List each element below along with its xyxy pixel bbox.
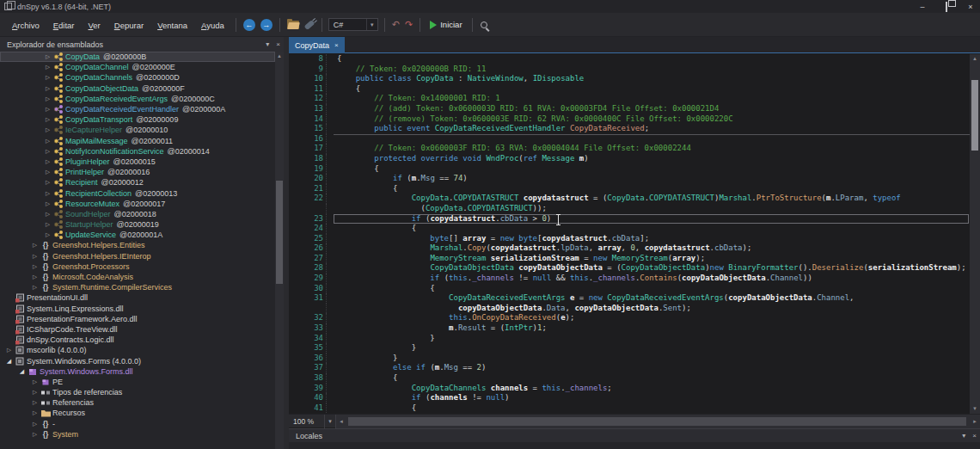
- tree-item-greenshot-helpers-entities[interactable]: ▷{}Greenshot.Helpers.Entities: [0, 240, 275, 250]
- tree-item-greenshot-processors[interactable]: ▷{}Greenshot.Processors: [0, 261, 275, 272]
- panel-menu-icon[interactable]: ▾: [266, 40, 269, 48]
- code-line-26[interactable]: 26 Marshal.Copy(copydatastruct.lpData, a…: [289, 243, 970, 254]
- zoom-level[interactable]: 100 %: [289, 415, 325, 428]
- collapsed-icon[interactable]: ▷: [43, 53, 52, 60]
- code-line-38[interactable]: 38 {: [289, 373, 970, 384]
- tree-item-microsoft-codeanalysis[interactable]: ▷{}Microsoft.CodeAnalysis: [0, 272, 275, 282]
- panel-close-icon[interactable]: ×: [972, 432, 977, 440]
- menu-item-ver[interactable]: Ver: [82, 18, 107, 33]
- back-icon[interactable]: ←: [243, 19, 255, 31]
- editor-hscrollbar-thumb[interactable]: [348, 417, 966, 426]
- expanded-icon[interactable]: ◢: [4, 358, 14, 365]
- menu-item-archivo[interactable]: Archivo: [5, 18, 46, 33]
- tree-item-system-linq-expressions-dll[interactable]: System.Linq.Expressions.dll: [0, 304, 275, 314]
- code-line-wrap[interactable]: copyDataObjectData.Data, copyDataObjectD…: [289, 304, 970, 314]
- minimize-button[interactable]: –: [916, 3, 928, 11]
- tree-item-copydatareceivedeventargs[interactable]: ▷CopyDataReceivedEventArgs@0200000C: [0, 94, 275, 104]
- tree-item-recipientcollection[interactable]: ▷RecipientCollection@02000013: [0, 188, 275, 198]
- tab-copydata[interactable]: CopyData ×: [289, 37, 345, 53]
- code-line-wrap[interactable]: (CopyData.COPYDATASTRUCT));: [289, 204, 970, 214]
- scroll-up-icon[interactable]: ▲: [275, 52, 284, 60]
- play-icon[interactable]: [430, 21, 437, 29]
- code-line-9[interactable]: 9 // Token: 0x0200000B RID: 11: [289, 65, 970, 75]
- code-line-12[interactable]: 12 // Token: 0x14000001 RID: 1: [289, 94, 970, 104]
- tree-item-icsharpcode-treeview-dll[interactable]: ICSharpCode.TreeView.dll: [0, 324, 275, 335]
- editor-hscrollbar[interactable]: ◂ ▸: [336, 415, 980, 428]
- chevron-down-icon[interactable]: ▾: [366, 19, 377, 30]
- collapsed-icon[interactable]: ▷: [30, 409, 40, 416]
- code-line-18[interactable]: 18 protected override void WndProc(ref M…: [289, 154, 970, 164]
- code-line-37[interactable]: 37 else if (m.Msg == 2): [289, 363, 970, 373]
- collapsed-icon[interactable]: ▷: [43, 211, 52, 218]
- zoom-dropdown-icon[interactable]: ▾: [325, 415, 336, 428]
- menu-item-editar[interactable]: Editar: [46, 18, 82, 33]
- undo-icon[interactable]: ↶: [392, 19, 400, 30]
- code-line-22[interactable]: 22 CopyData.COPYDATASTRUCT copydatastruc…: [289, 194, 970, 204]
- collapsed-icon[interactable]: ▷: [43, 221, 52, 228]
- tree-item-system-windows-forms-4-0-0-0-[interactable]: ◢System.Windows.Forms (4.0.0.0): [0, 355, 275, 366]
- code-line-15[interactable]: 15 public event CopyDataReceivedEventHan…: [289, 124, 970, 134]
- collapsed-icon[interactable]: ▷: [43, 148, 52, 155]
- collapsed-icon[interactable]: ▷: [43, 179, 52, 186]
- collapsed-icon[interactable]: ▷: [43, 106, 52, 113]
- code-line-25[interactable]: 25 byte[] array = new byte[copydatastruc…: [289, 234, 970, 244]
- tree-item-mscorlib-4-0-0-0-[interactable]: ▷mscorlib (4.0.0.0): [0, 345, 275, 355]
- tree-item-tipos-de-referencias[interactable]: ▷Tipos de referencias: [0, 387, 275, 397]
- code-line-13[interactable]: 13 // (add) Token: 0x0600003D RID: 61 RV…: [289, 104, 970, 114]
- tree-item-printhelper[interactable]: ▷PrintHelper@02000016: [0, 167, 275, 177]
- code-line-35[interactable]: 35 }: [289, 343, 970, 354]
- tree-item-pluginhelper[interactable]: ▷PluginHelper@02000015: [0, 157, 275, 167]
- collapsed-icon[interactable]: ▷: [43, 64, 52, 71]
- tree-item-updateservice[interactable]: ▷UpdateService@0200001A: [0, 230, 275, 240]
- code-line-11[interactable]: 11 {: [289, 84, 970, 95]
- collapsed-icon[interactable]: ▷: [43, 200, 52, 207]
- tree-item-system-runtime-compilerservices[interactable]: ▷{}System.Runtime.CompilerServices: [0, 282, 275, 292]
- menu-item-ayuda[interactable]: Ayuda: [194, 18, 231, 33]
- tab-close-icon[interactable]: ×: [334, 41, 339, 49]
- attach-icon[interactable]: [303, 19, 315, 29]
- tree-item-copydatachannel[interactable]: ▷CopyDataChannel@0200000E: [0, 62, 275, 72]
- scroll-right-icon[interactable]: ▸: [970, 415, 980, 428]
- tree-item-system[interactable]: ▷{}System: [0, 429, 275, 440]
- code-line-19[interactable]: 19 {: [289, 164, 970, 175]
- scroll-left-icon[interactable]: ◂: [336, 415, 346, 428]
- code-line-40[interactable]: 40 if (channels != null): [289, 393, 970, 403]
- tree-item-soundhelper[interactable]: ▷SoundHelper@02000018: [0, 209, 275, 219]
- editor-scrollbar[interactable]: ▲ ▼: [970, 54, 980, 414]
- tree-item-copydata[interactable]: ▷CopyData@0200000B: [0, 52, 275, 62]
- code-line-16[interactable]: 16: [289, 134, 970, 145]
- open-folder-icon[interactable]: [287, 21, 299, 29]
- code-line-20[interactable]: 20 if (m.Msg == 74): [289, 174, 970, 184]
- collapsed-icon[interactable]: ▷: [43, 116, 52, 123]
- restore-button[interactable]: [940, 3, 952, 11]
- code-line-33[interactable]: 33 m.Result = (IntPtr)1;: [289, 323, 970, 334]
- tree-item-iecapturehelper[interactable]: ▷IeCaptureHelper@02000010: [0, 125, 275, 135]
- start-button[interactable]: Iniciar: [440, 20, 462, 29]
- code-line-39[interactable]: 39 CopyDataChannels channels = this._cha…: [289, 384, 970, 394]
- search-icon[interactable]: [481, 22, 487, 28]
- code-line-27[interactable]: 27 MemoryStream serializationStream = ne…: [289, 254, 970, 264]
- menu-item-depurar[interactable]: Depurar: [107, 18, 150, 33]
- tree-item-mapimailmessage[interactable]: ▷MapiMailMessage@02000011: [0, 136, 275, 146]
- panel-menu-icon[interactable]: ▾: [962, 432, 965, 440]
- tree-item-presentationui-dll[interactable]: PresentationUI.dll: [0, 292, 275, 303]
- code-line-36[interactable]: 36 }: [289, 354, 970, 364]
- tree-item-startuphelper[interactable]: ▷StartupHelper@02000019: [0, 219, 275, 230]
- tree-item-notifyiconnotificationservice[interactable]: ▷NotifyIconNotificationService@02000014: [0, 146, 275, 157]
- code-line-23[interactable]: 23 if (copydatastruct.cbData > 0): [289, 214, 970, 224]
- panel-close-icon[interactable]: ×: [276, 40, 280, 48]
- code-line-24[interactable]: 24 {: [289, 224, 970, 234]
- code-line-8[interactable]: 8{: [289, 54, 970, 65]
- collapsed-icon[interactable]: ▷: [30, 274, 40, 280]
- tree-item-dnspy-contracts-logic-dll[interactable]: dnSpy.Contracts.Logic.dll: [0, 335, 275, 345]
- code-line-10[interactable]: 10 public class CopyData : NativeWindow,…: [289, 74, 970, 84]
- collapsed-icon[interactable]: ▷: [30, 378, 40, 385]
- code-line-31[interactable]: 31 CopyDataReceivedEventArgs e = new Cop…: [289, 293, 970, 304]
- language-combobox[interactable]: C# ▾: [328, 18, 378, 31]
- code-line-41[interactable]: 41 {: [289, 403, 970, 414]
- code-line-14[interactable]: 14 // (remove) Token: 0x0600003E RID: 62…: [289, 114, 970, 125]
- collapsed-icon[interactable]: ▷: [43, 74, 52, 81]
- collapsed-icon[interactable]: ▷: [30, 242, 40, 249]
- collapsed-icon[interactable]: ▷: [43, 138, 52, 145]
- tree-item-presentationframework-aero-dll[interactable]: PresentationFramework.Aero.dll: [0, 314, 275, 324]
